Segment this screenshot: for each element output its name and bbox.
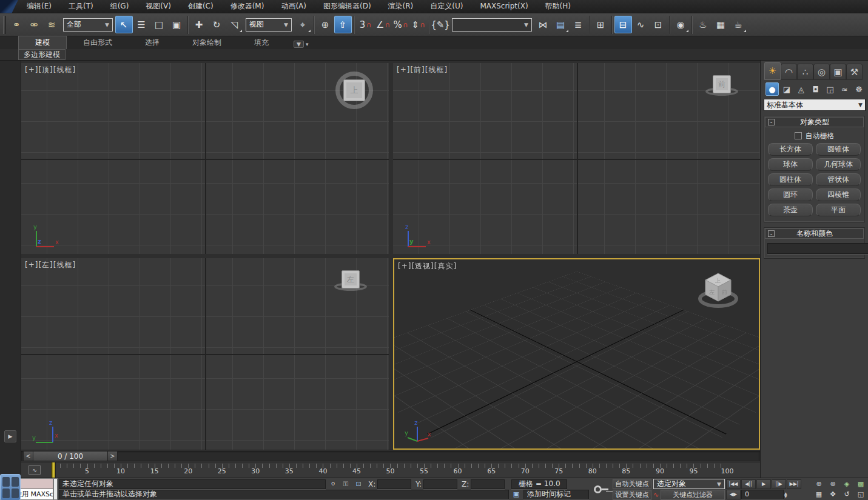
category-helpers[interactable]: ◲ [823, 82, 836, 96]
toggle-ribbon-button[interactable]: ⊟ [614, 16, 632, 33]
box-button[interactable]: 长方体 [768, 143, 813, 156]
menu-views[interactable]: 视图(V) [137, 2, 180, 10]
select-object-button[interactable]: ↖ [115, 16, 133, 33]
category-lights[interactable]: ◬ [795, 82, 808, 96]
window-crossing-button[interactable]: ▣ [168, 16, 186, 33]
y-coordinate-field[interactable] [423, 479, 457, 489]
menu-edit[interactable]: 编辑(E) [18, 2, 60, 10]
edit-named-selection-sets-button[interactable]: {✎} [432, 16, 449, 33]
ribbon-tab-modeling[interactable]: 建模 [18, 36, 67, 49]
schematic-view-button[interactable]: ⊡ [650, 16, 667, 33]
zoom-extents-button[interactable]: ◈ [840, 479, 853, 489]
ribbon-tab-object-paint[interactable]: 对象绘制 [176, 36, 238, 49]
tab-modify[interactable]: ◠ [781, 64, 797, 80]
pan-view-button[interactable]: ✥ [826, 490, 839, 499]
select-by-name-button[interactable]: ☰ [133, 16, 150, 33]
keyboard-shortcut-override-button[interactable]: ⇧ [334, 16, 352, 33]
render-production-button[interactable]: ☕ [730, 16, 747, 33]
viewport-front[interactable]: [+][前][线框] 前 z x y [393, 63, 760, 254]
menu-graph-editors[interactable]: 图形编辑器(D) [315, 2, 380, 10]
pyramid-button[interactable]: 四棱锥 [816, 188, 861, 201]
tab-display[interactable]: ▣ [830, 64, 846, 80]
name-color-rollout-header[interactable]: - 名称和颜色 [765, 228, 864, 239]
menu-animation[interactable]: 动画(A) [272, 2, 315, 10]
reference-coordinate-dropdown[interactable]: 视图▼ [246, 18, 292, 32]
viewport-perspective-label[interactable]: [+][透视][真实] [398, 261, 457, 272]
time-slider-handle[interactable]: < 0 / 100 > [23, 451, 118, 461]
select-and-link-button[interactable]: ⚭ [8, 16, 25, 33]
listener-scrollbar[interactable] [53, 478, 58, 500]
object-type-rollout-header[interactable]: - 对象类型 [765, 117, 864, 127]
named-selection-sets-dropdown[interactable]: ▼ [452, 18, 532, 32]
category-cameras[interactable]: ◘ [809, 82, 823, 96]
key-filters-button[interactable]: 关键点过滤器 [661, 490, 725, 500]
menu-modifiers[interactable]: 修改器(M) [222, 2, 273, 10]
absolute-offset-mode-icon[interactable]: ⊡ [353, 479, 364, 489]
select-and-scale-button[interactable]: ◹ [226, 16, 243, 33]
tab-hierarchy[interactable]: ∴ [797, 64, 813, 80]
snaps-toggle-3d-button[interactable]: 3∩ [357, 16, 374, 33]
menu-help[interactable]: 帮助(H) [537, 2, 579, 10]
maximize-viewport-button[interactable]: ◱ [854, 490, 867, 499]
angle-snap-button[interactable]: ∠∩ [374, 16, 392, 33]
tab-motion[interactable]: ◎ [813, 64, 830, 80]
category-systems[interactable]: ☸ [852, 82, 866, 96]
category-space-warps[interactable]: ≈ [838, 82, 851, 96]
zoom-all-button[interactable]: ⊛ [826, 479, 839, 489]
select-and-manipulate-button[interactable]: ⊕ [317, 16, 334, 33]
cylinder-button[interactable]: 圆柱体 [768, 173, 813, 186]
app-logo[interactable] [0, 0, 18, 13]
primitive-category-dropdown[interactable]: 标准基本体▼ [764, 99, 866, 111]
tab-utilities[interactable]: ⚒ [846, 64, 863, 80]
viewport-front-label[interactable]: [+][前][线框] [397, 65, 448, 75]
next-frame-arrow[interactable]: > [107, 451, 118, 461]
object-name-input[interactable] [767, 243, 868, 254]
orbit-button[interactable]: ↺ [840, 490, 853, 499]
open-mini-curve-editor-button[interactable]: ∿ [29, 465, 41, 475]
autogrid-checkbox[interactable] [795, 132, 802, 139]
current-frame-field[interactable]: 0 [741, 490, 784, 499]
zoom-button[interactable]: ⊕ [812, 479, 826, 489]
selection-lock-icon[interactable]: ⚿ [340, 479, 351, 489]
tube-button[interactable]: 管状体 [816, 173, 861, 186]
isolate-selection-icon[interactable]: ⚪ [328, 479, 338, 489]
menu-maxscript[interactable]: MAXScript(X) [471, 2, 536, 10]
toggle-scene-explorer-button[interactable]: ⊞ [592, 16, 610, 33]
teapot-button[interactable]: 茶壶 [768, 204, 813, 216]
previous-frame-arrow[interactable]: < [23, 451, 33, 461]
key-mode-toggle-button[interactable]: ◀▶ [726, 490, 741, 499]
render-setup-button[interactable]: ♨ [695, 16, 712, 33]
ribbon-minimize-button[interactable]: ▼▾ [294, 41, 308, 48]
add-time-tag-button[interactable]: 添加时间标记 [523, 490, 589, 499]
manage-layers-button[interactable]: ≣ [570, 16, 587, 33]
menu-tools[interactable]: 工具(T) [60, 2, 102, 10]
auto-key-button[interactable]: 自动关键点 [613, 479, 651, 489]
toolbar-drag-handle[interactable] [3, 16, 6, 34]
set-key-button[interactable]: 设置关键点 [613, 490, 651, 500]
viewcube-top[interactable]: 上 [335, 72, 373, 109]
ribbon-tab-populate[interactable]: 填充 [238, 36, 285, 49]
previous-frame-button[interactable]: ◀|| [741, 479, 756, 489]
spinner-snap-button[interactable]: ⇕∩ [409, 16, 427, 33]
menu-customize[interactable]: 自定义(U) [422, 2, 471, 10]
unlink-selection-button[interactable]: ⚮ [25, 16, 43, 33]
cone-button[interactable]: 圆锥体 [816, 143, 861, 156]
torus-button[interactable]: 圆环 [768, 188, 813, 201]
bind-to-space-warp-button[interactable]: ≋ [43, 16, 61, 33]
polygon-modeling-subtab[interactable]: 多边形建模 [18, 49, 66, 60]
go-to-start-button[interactable]: |◀◀ [726, 479, 741, 489]
select-and-move-button[interactable]: ✚ [190, 16, 208, 33]
frame-spinner[interactable]: ▲▼ [784, 492, 787, 498]
menu-group[interactable]: 组(G) [102, 2, 138, 10]
play-button[interactable]: ▶ [756, 479, 771, 489]
viewcube-front[interactable]: 前 [710, 74, 738, 102]
sphere-button[interactable]: 球体 [768, 158, 813, 171]
time-marker[interactable] [51, 462, 56, 478]
selection-filter-dropdown[interactable]: 全部▼ [63, 18, 113, 32]
ribbon-tab-selection[interactable]: 选择 [129, 36, 176, 49]
viewport-left-label[interactable]: [+][左][线框] [25, 260, 76, 270]
percent-snap-button[interactable]: %∩ [392, 16, 409, 33]
menu-rendering[interactable]: 渲染(R) [380, 2, 422, 10]
curve-editor-button[interactable]: ∿ [632, 16, 650, 33]
category-shapes[interactable]: ◪ [780, 82, 793, 96]
